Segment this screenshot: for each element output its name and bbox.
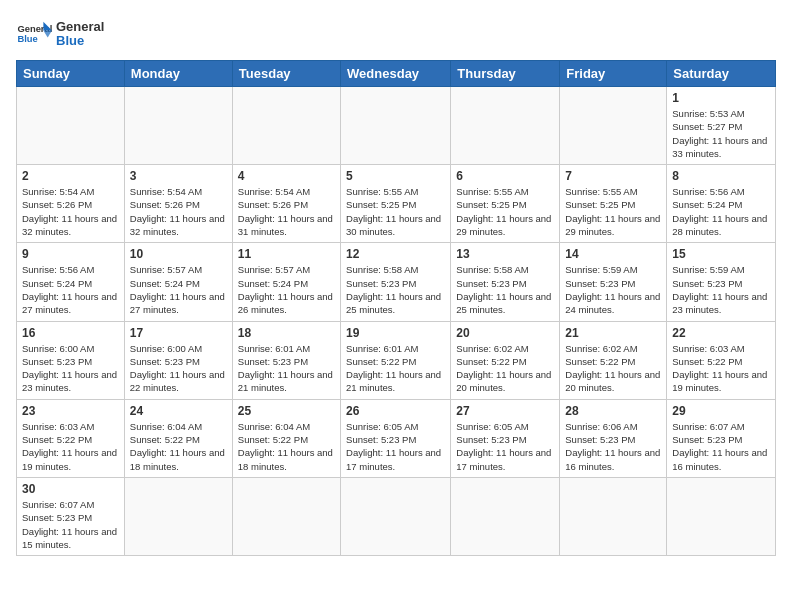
day-info: Sunrise: 5:57 AM Sunset: 5:24 PM Dayligh… — [238, 263, 335, 316]
calendar-cell: 30Sunrise: 6:07 AM Sunset: 5:23 PM Dayli… — [17, 477, 125, 555]
day-info: Sunrise: 6:02 AM Sunset: 5:22 PM Dayligh… — [456, 342, 554, 395]
day-header-thursday: Thursday — [451, 61, 560, 87]
day-info: Sunrise: 6:00 AM Sunset: 5:23 PM Dayligh… — [22, 342, 119, 395]
day-info: Sunrise: 6:01 AM Sunset: 5:23 PM Dayligh… — [238, 342, 335, 395]
day-number: 2 — [22, 169, 119, 183]
calendar-week-1: 1Sunrise: 5:53 AM Sunset: 5:27 PM Daylig… — [17, 87, 776, 165]
calendar-cell — [341, 477, 451, 555]
day-header-monday: Monday — [124, 61, 232, 87]
day-info: Sunrise: 5:53 AM Sunset: 5:27 PM Dayligh… — [672, 107, 770, 160]
day-info: Sunrise: 5:56 AM Sunset: 5:24 PM Dayligh… — [672, 185, 770, 238]
day-header-wednesday: Wednesday — [341, 61, 451, 87]
calendar-cell — [124, 87, 232, 165]
day-info: Sunrise: 5:54 AM Sunset: 5:26 PM Dayligh… — [22, 185, 119, 238]
day-number: 28 — [565, 404, 661, 418]
calendar-cell — [341, 87, 451, 165]
calendar-cell — [232, 87, 340, 165]
calendar-cell: 19Sunrise: 6:01 AM Sunset: 5:22 PM Dayli… — [341, 321, 451, 399]
day-info: Sunrise: 5:59 AM Sunset: 5:23 PM Dayligh… — [565, 263, 661, 316]
day-info: Sunrise: 5:58 AM Sunset: 5:23 PM Dayligh… — [456, 263, 554, 316]
day-number: 23 — [22, 404, 119, 418]
calendar-cell: 13Sunrise: 5:58 AM Sunset: 5:23 PM Dayli… — [451, 243, 560, 321]
calendar-cell: 16Sunrise: 6:00 AM Sunset: 5:23 PM Dayli… — [17, 321, 125, 399]
calendar-cell: 14Sunrise: 5:59 AM Sunset: 5:23 PM Dayli… — [560, 243, 667, 321]
day-info: Sunrise: 6:03 AM Sunset: 5:22 PM Dayligh… — [22, 420, 119, 473]
day-number: 20 — [456, 326, 554, 340]
calendar-cell: 9Sunrise: 5:56 AM Sunset: 5:24 PM Daylig… — [17, 243, 125, 321]
day-number: 4 — [238, 169, 335, 183]
logo-icon: General Blue — [16, 16, 52, 52]
day-info: Sunrise: 6:04 AM Sunset: 5:22 PM Dayligh… — [130, 420, 227, 473]
calendar-cell: 24Sunrise: 6:04 AM Sunset: 5:22 PM Dayli… — [124, 399, 232, 477]
day-info: Sunrise: 6:00 AM Sunset: 5:23 PM Dayligh… — [130, 342, 227, 395]
day-number: 14 — [565, 247, 661, 261]
day-number: 27 — [456, 404, 554, 418]
day-info: Sunrise: 6:01 AM Sunset: 5:22 PM Dayligh… — [346, 342, 445, 395]
calendar-week-5: 23Sunrise: 6:03 AM Sunset: 5:22 PM Dayli… — [17, 399, 776, 477]
calendar-cell: 15Sunrise: 5:59 AM Sunset: 5:23 PM Dayli… — [667, 243, 776, 321]
day-header-saturday: Saturday — [667, 61, 776, 87]
calendar-cell: 26Sunrise: 6:05 AM Sunset: 5:23 PM Dayli… — [341, 399, 451, 477]
day-info: Sunrise: 5:55 AM Sunset: 5:25 PM Dayligh… — [346, 185, 445, 238]
day-number: 30 — [22, 482, 119, 496]
days-header-row: SundayMondayTuesdayWednesdayThursdayFrid… — [17, 61, 776, 87]
calendar-cell: 8Sunrise: 5:56 AM Sunset: 5:24 PM Daylig… — [667, 165, 776, 243]
day-info: Sunrise: 5:56 AM Sunset: 5:24 PM Dayligh… — [22, 263, 119, 316]
calendar-cell: 6Sunrise: 5:55 AM Sunset: 5:25 PM Daylig… — [451, 165, 560, 243]
calendar-cell — [560, 477, 667, 555]
day-number: 15 — [672, 247, 770, 261]
logo: General Blue General Blue — [16, 16, 104, 52]
calendar-cell: 23Sunrise: 6:03 AM Sunset: 5:22 PM Dayli… — [17, 399, 125, 477]
calendar-cell: 12Sunrise: 5:58 AM Sunset: 5:23 PM Dayli… — [341, 243, 451, 321]
calendar-cell: 7Sunrise: 5:55 AM Sunset: 5:25 PM Daylig… — [560, 165, 667, 243]
day-number: 3 — [130, 169, 227, 183]
calendar-cell: 2Sunrise: 5:54 AM Sunset: 5:26 PM Daylig… — [17, 165, 125, 243]
calendar-cell — [667, 477, 776, 555]
calendar-cell: 29Sunrise: 6:07 AM Sunset: 5:23 PM Dayli… — [667, 399, 776, 477]
calendar-week-3: 9Sunrise: 5:56 AM Sunset: 5:24 PM Daylig… — [17, 243, 776, 321]
calendar-cell: 25Sunrise: 6:04 AM Sunset: 5:22 PM Dayli… — [232, 399, 340, 477]
day-info: Sunrise: 5:58 AM Sunset: 5:23 PM Dayligh… — [346, 263, 445, 316]
calendar-week-6: 30Sunrise: 6:07 AM Sunset: 5:23 PM Dayli… — [17, 477, 776, 555]
day-number: 17 — [130, 326, 227, 340]
day-number: 10 — [130, 247, 227, 261]
day-header-friday: Friday — [560, 61, 667, 87]
calendar-week-4: 16Sunrise: 6:00 AM Sunset: 5:23 PM Dayli… — [17, 321, 776, 399]
day-info: Sunrise: 6:07 AM Sunset: 5:23 PM Dayligh… — [672, 420, 770, 473]
day-number: 21 — [565, 326, 661, 340]
day-info: Sunrise: 6:02 AM Sunset: 5:22 PM Dayligh… — [565, 342, 661, 395]
day-number: 16 — [22, 326, 119, 340]
day-header-tuesday: Tuesday — [232, 61, 340, 87]
day-number: 12 — [346, 247, 445, 261]
day-info: Sunrise: 6:05 AM Sunset: 5:23 PM Dayligh… — [346, 420, 445, 473]
day-number: 26 — [346, 404, 445, 418]
day-info: Sunrise: 5:54 AM Sunset: 5:26 PM Dayligh… — [130, 185, 227, 238]
page-header: General Blue General Blue — [16, 16, 776, 52]
day-number: 5 — [346, 169, 445, 183]
calendar-cell: 10Sunrise: 5:57 AM Sunset: 5:24 PM Dayli… — [124, 243, 232, 321]
logo-text: General Blue — [56, 20, 104, 49]
calendar-cell: 11Sunrise: 5:57 AM Sunset: 5:24 PM Dayli… — [232, 243, 340, 321]
day-info: Sunrise: 5:55 AM Sunset: 5:25 PM Dayligh… — [565, 185, 661, 238]
calendar-table: SundayMondayTuesdayWednesdayThursdayFrid… — [16, 60, 776, 556]
calendar-body: 1Sunrise: 5:53 AM Sunset: 5:27 PM Daylig… — [17, 87, 776, 556]
day-info: Sunrise: 5:55 AM Sunset: 5:25 PM Dayligh… — [456, 185, 554, 238]
calendar-cell: 17Sunrise: 6:00 AM Sunset: 5:23 PM Dayli… — [124, 321, 232, 399]
day-number: 13 — [456, 247, 554, 261]
calendar-cell — [560, 87, 667, 165]
calendar-cell: 1Sunrise: 5:53 AM Sunset: 5:27 PM Daylig… — [667, 87, 776, 165]
calendar-week-2: 2Sunrise: 5:54 AM Sunset: 5:26 PM Daylig… — [17, 165, 776, 243]
day-info: Sunrise: 6:07 AM Sunset: 5:23 PM Dayligh… — [22, 498, 119, 551]
day-number: 25 — [238, 404, 335, 418]
calendar-cell: 22Sunrise: 6:03 AM Sunset: 5:22 PM Dayli… — [667, 321, 776, 399]
calendar-cell: 20Sunrise: 6:02 AM Sunset: 5:22 PM Dayli… — [451, 321, 560, 399]
day-number: 1 — [672, 91, 770, 105]
day-number: 9 — [22, 247, 119, 261]
day-info: Sunrise: 6:05 AM Sunset: 5:23 PM Dayligh… — [456, 420, 554, 473]
calendar-cell: 28Sunrise: 6:06 AM Sunset: 5:23 PM Dayli… — [560, 399, 667, 477]
day-number: 6 — [456, 169, 554, 183]
svg-text:Blue: Blue — [17, 34, 37, 44]
svg-marker-3 — [43, 30, 52, 37]
calendar-cell: 21Sunrise: 6:02 AM Sunset: 5:22 PM Dayli… — [560, 321, 667, 399]
day-info: Sunrise: 5:54 AM Sunset: 5:26 PM Dayligh… — [238, 185, 335, 238]
